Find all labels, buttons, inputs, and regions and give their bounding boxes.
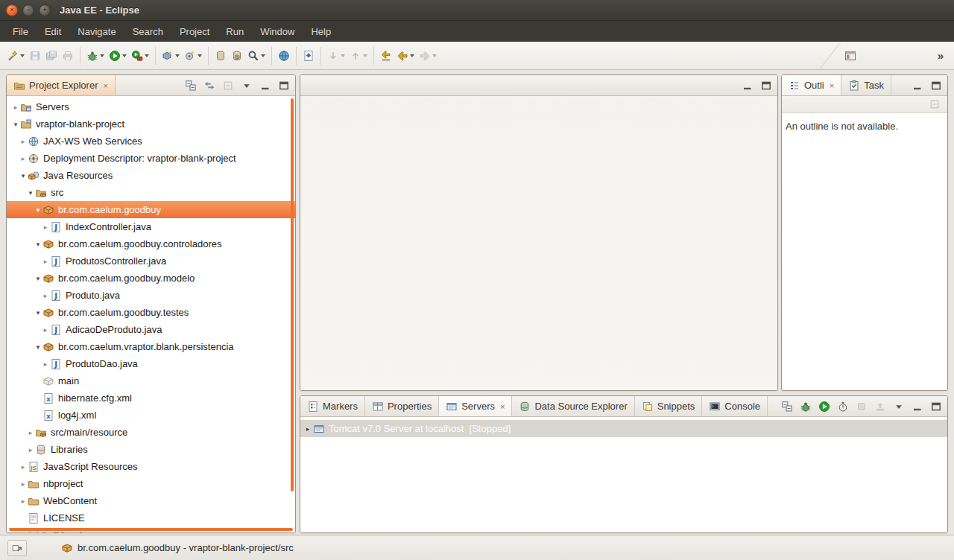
server-row[interactable]: ▸ Tomcat v7.0 Server at localhost [Stopp… [300,420,947,437]
expander-collapsed-icon[interactable]: ▸ [41,292,50,299]
tree-item[interactable]: ▾Java Resources [7,167,295,184]
search-button[interactable] [245,46,268,66]
tree-item[interactable]: ▾br.com.caelum.goodbuy.controladores [7,235,295,252]
link-with-editor-button[interactable] [202,78,217,93]
expander-expanded-icon[interactable]: ▾ [34,241,42,248]
window-maximize-button[interactable]: + [39,4,51,16]
restore-views-button[interactable] [7,540,27,556]
run-button[interactable] [107,46,129,66]
tab-servers[interactable]: Servers× [439,396,512,416]
tree-item[interactable]: ▸Servers [7,98,295,115]
close-icon[interactable]: × [500,402,505,411]
expander-expanded-icon[interactable]: ▾ [26,189,35,197]
tree-item[interactable]: ▸JSJavaScript Resources [7,458,295,475]
maximize-button[interactable] [277,78,291,93]
tab-outli[interactable]: Outli× [782,75,841,95]
tree-item[interactable]: xhibernate.cfg.xml [7,389,295,407]
window-close-button[interactable]: × [6,4,18,16]
tree-item[interactable]: ▸JProduto.java [7,287,295,304]
web-browser-button[interactable] [276,46,292,66]
menu-search[interactable]: Search [124,22,171,41]
view-menu-button[interactable] [239,78,254,93]
tree-item[interactable]: xlog4j.xml [7,407,295,424]
minimize-button[interactable] [740,78,755,93]
tree-item[interactable]: ▸src/main/resource [7,424,295,441]
expander-collapsed-icon[interactable]: ▸ [19,138,28,145]
menu-edit[interactable]: Edit [37,22,69,41]
javadoc-button[interactable]: @ [229,46,245,66]
expander-expanded-icon[interactable]: ▾ [34,343,42,351]
tree-item[interactable]: ▾vraptor-blank-project [7,115,295,133]
expander-expanded-icon[interactable]: ▾ [34,309,42,316]
expander-collapsed-icon[interactable]: ▸ [303,425,312,433]
perspective-button[interactable] [842,46,859,66]
menu-window[interactable]: Window [252,22,303,41]
external-tools-button[interactable] [129,46,151,66]
minimize-button[interactable] [910,399,925,414]
tree-item[interactable]: ▾br.com.caelum.vraptor.blank.persistenci… [7,338,295,355]
maximize-button[interactable] [929,78,944,93]
tab-properties[interactable]: Properties [365,396,439,416]
new-servlet-button[interactable] [182,46,204,66]
menu-file[interactable]: File [4,22,37,41]
tree-item[interactable]: ▸JAX-WS Web Services [7,133,295,150]
tree-item[interactable]: ▾br.com.caelum.goodbuy.testes [7,304,295,321]
expander-collapsed-icon[interactable]: ▸ [41,326,50,334]
expander-collapsed-icon[interactable]: ▸ [19,497,28,505]
expander-collapsed-icon[interactable]: ▸ [26,446,35,454]
expander-expanded-icon[interactable]: ▾ [19,172,28,179]
tree-item[interactable]: ▸JIndexController.java [7,218,295,235]
tree-item[interactable]: ▸nbproject [7,475,295,492]
tab-task[interactable]: Task [841,75,891,95]
menu-run[interactable]: Run [218,22,252,41]
tree-item[interactable]: ▸WebContent [7,492,295,509]
expander-expanded-icon[interactable]: ▾ [34,206,42,214]
maximize-button[interactable] [759,78,774,93]
tree-item[interactable]: LICENSE [7,509,295,526]
expander-collapsed-icon[interactable]: ▸ [41,258,50,265]
tree-item[interactable]: ▸JAdicaoDeProduto.java [7,321,295,338]
minimize-button[interactable] [258,78,273,93]
start-server-button[interactable] [817,399,832,414]
back-button[interactable] [394,46,417,66]
horizontal-scrollbar[interactable] [9,528,293,531]
expander-collapsed-icon[interactable]: ▸ [41,360,50,368]
menu-navigate[interactable]: Navigate [69,22,124,41]
tree-item[interactable]: ▸Libraries [7,441,295,458]
close-icon[interactable]: × [830,81,834,90]
tab-snippets[interactable]: Snippets [635,396,703,416]
tab-project-explorer[interactable]: Project Explorer × [7,75,116,95]
tree-item[interactable]: ▾br.com.caelum.goodbuy.modelo [7,270,295,287]
tree-item[interactable]: ▾src [7,184,295,201]
expander-collapsed-icon[interactable]: ▸ [19,463,28,471]
view-menu-button[interactable] [891,399,906,414]
vertical-scrollbar[interactable] [291,98,294,491]
tree-item[interactable]: main [7,372,295,389]
open-type-button[interactable] [300,46,317,66]
new-button[interactable] [4,46,27,66]
maximize-button[interactable] [929,399,944,414]
tab-data-source-explorer[interactable]: Data Source Explorer [512,396,634,416]
tree-item[interactable]: ▸Deployment Descriptor: vraptor-blank-pr… [7,150,295,167]
window-minimize-button[interactable]: − [22,4,34,16]
tree-item[interactable]: ▸JProdutosController.java [7,252,295,270]
debug-server-button[interactable] [798,399,813,414]
expander-collapsed-icon[interactable]: ▸ [19,155,28,162]
toolbar-overflow-chevron[interactable]: » [938,49,944,62]
minimize-button[interactable] [910,78,925,93]
expander-collapsed-icon[interactable]: ▸ [11,104,20,111]
profile-server-button[interactable] [835,399,850,414]
tree-item[interactable]: ▾br.com.caelum.goodbuy [7,201,295,218]
expander-collapsed-icon[interactable]: ▸ [26,429,35,436]
close-icon[interactable]: × [103,81,107,90]
new-web-project-button[interactable] [159,46,182,66]
expander-expanded-icon[interactable]: ▾ [34,275,42,282]
expander-collapsed-icon[interactable]: ▸ [19,480,28,488]
create-jar-button[interactable] [212,46,229,66]
tab-console[interactable]: Console [702,396,768,416]
expander-expanded-icon[interactable]: ▾ [11,121,20,128]
debug-button[interactable] [84,46,107,66]
last-edit-location-button[interactable] [378,46,394,66]
expander-collapsed-icon[interactable]: ▸ [41,223,50,231]
collapse-all-button[interactable] [183,78,198,93]
